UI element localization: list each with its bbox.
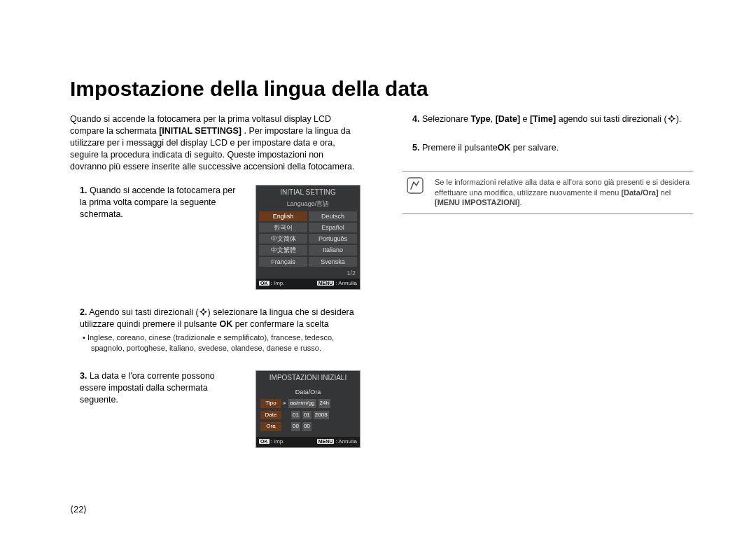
lang-korean: 한국어 <box>259 223 307 232</box>
svg-rect-8 <box>407 178 423 193</box>
svg-marker-5 <box>670 120 673 122</box>
step-4-b1: Type <box>470 114 490 124</box>
lcd1-sub: Language/言語 <box>256 200 360 210</box>
lcd1-footer: OK: Imp. MENU: Annulla <box>256 279 360 289</box>
dt-tipo-label: Tipo <box>260 399 281 408</box>
lang-espanol: Español <box>309 223 357 232</box>
step-4-b2: [Date] <box>496 114 520 124</box>
lang-deutsch: Deutsch <box>309 211 357 221</box>
lcd1-menu-label: : Annulla <box>335 280 357 286</box>
lcd2-sub: Data/Ora <box>260 386 356 399</box>
dt-row-tipo: Tipo ▸ aa/mm/gg 24h <box>260 399 356 408</box>
lcd-date-time: IMPOSTAZIONI INIZIALI Data/Ora Tipo ▸ aa… <box>255 370 360 448</box>
lcd1-ok-label: : Imp. <box>271 280 285 286</box>
step-2-num: 2. <box>80 307 87 317</box>
step-5-post: per salvare. <box>510 143 559 153</box>
lcd1-menu-tag: MENU <box>317 281 335 286</box>
step-4: 4. Selezionare Type, [Date] e [Time] age… <box>412 113 693 125</box>
dt-ora-v1: 00 <box>291 422 300 431</box>
dt-tipo-v2: 24h <box>318 399 330 408</box>
note-block: Se le informazioni relative alla data e … <box>402 171 693 215</box>
step-4-post: agendo sui tasti direzionali ( <box>556 114 666 124</box>
lcd1-title: INITIAL SETTING <box>256 186 360 200</box>
lcd1-ok-tag: OK <box>259 281 270 286</box>
lcd-initial-setting: INITIAL SETTING Language/言語 English Deut… <box>255 185 360 289</box>
step-2-bullet: Inglese, coreano, cinese (tradizionale e… <box>80 332 360 354</box>
content-columns: Quando si accende la fotocamera per la p… <box>70 113 693 465</box>
lcd1-page: 1/2 <box>256 268 360 279</box>
lang-francais: Français <box>259 257 307 267</box>
note-mid: nel <box>659 188 671 197</box>
lang-italiano: Italiano <box>309 245 357 255</box>
step-4-c1: , <box>491 114 496 124</box>
lcd2-ok-tag: OK <box>259 439 270 444</box>
dt-row-ora: Ora 00 00 <box>260 422 356 431</box>
step-2: 2. Agendo sui tasti direzionali () selez… <box>80 307 360 354</box>
dt-arrow-icon: ▸ <box>284 400 286 407</box>
lang-chinese-trad: 中文繁體 <box>259 245 307 255</box>
dt-ora-v2: 00 <box>302 422 312 431</box>
lcd2-menu-tag: MENU <box>317 439 335 444</box>
step-1-text: Quando si accende la fotocamera per la p… <box>80 186 235 219</box>
note-post: . <box>519 198 522 206</box>
dt-date-v2: 01 <box>302 411 312 420</box>
step-3: 3. La data e l'ora corrente possono esse… <box>80 370 360 448</box>
lcd2-ok-label: : Imp. <box>271 438 285 444</box>
dpad-icon <box>199 307 208 316</box>
dpad-icon <box>667 114 676 123</box>
svg-marker-4 <box>670 115 673 118</box>
svg-marker-3 <box>204 310 207 313</box>
dt-tipo-v1: aa/mm/gg <box>288 399 316 408</box>
note-text: Se le informazioni relative alla data e … <box>435 177 690 209</box>
dt-date-v1: 01 <box>291 411 300 420</box>
lang-chinese-simp: 中文简体 <box>259 234 307 244</box>
step-4-end: ). <box>676 114 682 124</box>
note-b1: [Data/Ora] <box>621 188 658 197</box>
step-5-num: 5. <box>412 143 419 153</box>
page-number: ⟨22⟩ <box>70 504 87 514</box>
dt-ora-label: Ora <box>260 422 281 431</box>
step-4-pre: Selezionare <box>422 114 471 124</box>
svg-marker-6 <box>668 118 671 120</box>
page-title: Impostazione della lingua della data <box>70 77 693 101</box>
intro-paragraph: Quando si accende la fotocamera per la p… <box>70 113 360 172</box>
dt-date-v3: 2008 <box>314 411 329 420</box>
left-column: Quando si accende la fotocamera per la p… <box>70 113 360 465</box>
dt-row-date: Date 01 01 2008 <box>260 411 356 420</box>
step-5-pre: Premere il pulsante <box>422 143 498 153</box>
step-2-pre: Agendo sui tasti direzionali ( <box>89 307 198 317</box>
svg-marker-0 <box>202 308 204 311</box>
lang-svenska: Svenska <box>309 257 357 267</box>
note-b2: [MENU IMPOSTAZIONI] <box>435 198 519 206</box>
right-column: 4. Selezionare Type, [Date] e [Time] age… <box>402 113 693 465</box>
step-2-post: per confermare la scelta <box>232 319 329 329</box>
step-4-c2: e <box>520 114 530 124</box>
step-3-text: La data e l'ora corrente possono essere … <box>80 371 215 405</box>
step-3-num: 3. <box>80 371 87 381</box>
dt-date-label: Date <box>260 411 281 420</box>
lcd2-menu-label: : Annulla <box>335 438 357 444</box>
step-1-num: 1. <box>80 186 87 195</box>
lcd2-footer: OK: Imp. MENU: Annulla <box>256 437 360 447</box>
lang-portugues: Português <box>309 234 357 244</box>
lcd2-title: IMPOSTAZIONI INIZIALI <box>256 371 360 385</box>
svg-marker-7 <box>673 118 676 120</box>
step-5-b: OK <box>498 143 511 153</box>
svg-marker-2 <box>200 310 202 313</box>
svg-marker-1 <box>202 313 204 316</box>
step-2-ok: OK <box>219 319 232 329</box>
lang-english: English <box>259 211 307 221</box>
lcd1-lang-grid: English Deutsch 한국어 Español 中文简体 Portugu… <box>256 210 360 268</box>
intro-bold: [INITIAL SETTINGS] <box>159 126 241 136</box>
step-5: 5. Premere il pulsanteOK per salvare. <box>412 142 693 154</box>
note-icon <box>405 177 425 209</box>
step-1: 1. Quando si accende la fotocamera per l… <box>80 185 360 289</box>
step-4-num: 4. <box>412 114 419 124</box>
step-4-b3: [Time] <box>530 114 556 124</box>
